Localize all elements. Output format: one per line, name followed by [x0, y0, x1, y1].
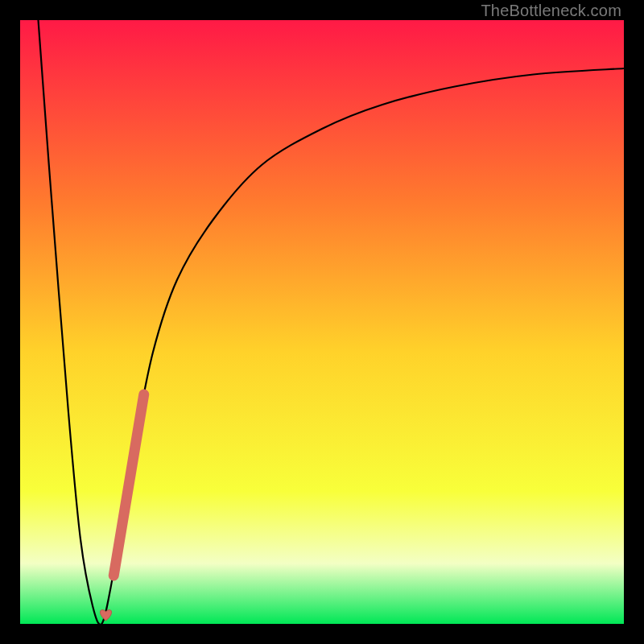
watermark-text: TheBottleneck.com: [481, 2, 621, 20]
outer-frame: TheBottleneck.com: [0, 0, 644, 644]
chart-svg: [20, 20, 624, 624]
gradient-background: [20, 20, 624, 624]
plot-area: [20, 20, 624, 624]
